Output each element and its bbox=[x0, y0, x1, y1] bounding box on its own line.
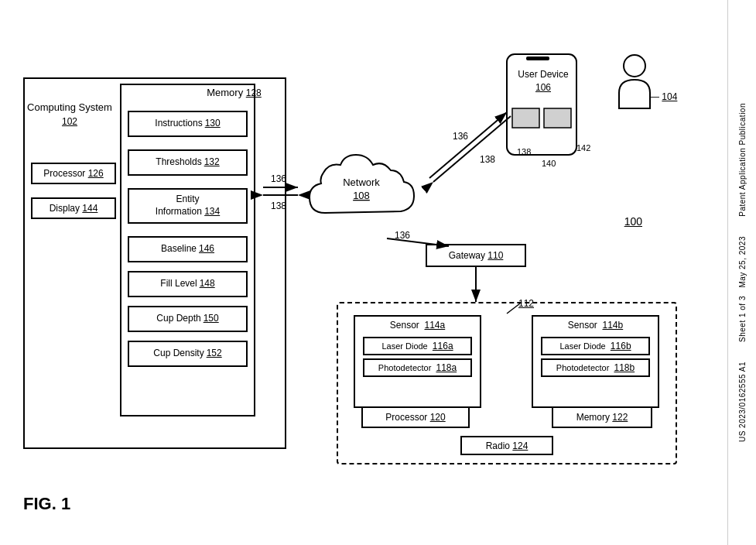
ref-104: — 104 bbox=[650, 91, 677, 102]
ref-112: 112 bbox=[518, 298, 534, 309]
svg-text:108: 108 bbox=[353, 190, 370, 201]
svg-line-14 bbox=[433, 116, 511, 182]
memory-122-box: Memory 122 bbox=[552, 406, 652, 428]
sensor-a-label: Sensor 114a bbox=[355, 317, 480, 334]
sensor-a-box: Sensor 114a Laser Diode 116a Photodetect… bbox=[354, 315, 481, 408]
sidebar-line4: US 2023/0162555 A1 bbox=[738, 362, 747, 442]
memory-item-baseline: Baseline 146 bbox=[128, 236, 248, 262]
svg-point-6 bbox=[624, 55, 645, 77]
display-box: Display 144 bbox=[31, 197, 116, 219]
user-device-phone bbox=[503, 50, 592, 163]
sensor-group-box: Sensor 114a Laser Diode 116a Photodetect… bbox=[337, 302, 677, 464]
memory-item-cup-depth: Cup Depth 150 bbox=[128, 306, 248, 332]
sidebar: Patent Application Publication May 25, 2… bbox=[727, 0, 756, 545]
svg-rect-4 bbox=[512, 108, 539, 128]
sensor-b-label: Sensor 114b bbox=[533, 317, 658, 334]
sensor-b-box: Sensor 114b Laser Diode 116b Photodetect… bbox=[532, 315, 659, 408]
memory-item-thresholds: Thresholds 132 bbox=[128, 149, 248, 176]
svg-text:138: 138 bbox=[480, 154, 495, 165]
memory-label: Memory 128 bbox=[166, 87, 302, 98]
radio-124-box: Radio 124 bbox=[460, 436, 553, 455]
processor-box: Processor 126 bbox=[31, 163, 116, 184]
computing-system-label: Computing System 102 bbox=[27, 101, 112, 129]
sidebar-line2: May 25, 2023 bbox=[738, 236, 747, 288]
svg-rect-5 bbox=[544, 108, 571, 128]
svg-text:136: 136 bbox=[453, 131, 468, 142]
ref-100: 100 bbox=[624, 215, 642, 228]
fig-label: FIG. 1 bbox=[23, 494, 70, 514]
memory-item-entity-info: EntityInformation 134 bbox=[128, 188, 248, 224]
network-cloud: Network 108 bbox=[294, 143, 429, 240]
processor-120-box: Processor 120 bbox=[361, 406, 470, 428]
sidebar-line3: Sheet 1 of 3 bbox=[738, 296, 747, 342]
memory-item-cup-density: Cup Density 152 bbox=[128, 341, 248, 367]
memory-item-instructions: Instructions 130 bbox=[128, 111, 248, 137]
photodetector-a: Photodetector 118a bbox=[363, 358, 472, 377]
svg-rect-3 bbox=[526, 57, 549, 60]
laser-diode-a: Laser Diode 116a bbox=[363, 337, 472, 355]
person-icon bbox=[611, 50, 658, 112]
photodetector-b: Photodetector 118b bbox=[541, 358, 650, 377]
gateway-box: Gateway 110 bbox=[426, 244, 526, 267]
svg-text:Network: Network bbox=[343, 177, 380, 188]
sidebar-line1: Patent Application Publication bbox=[738, 103, 747, 217]
user-device-label: User Device 106 bbox=[512, 68, 574, 94]
laser-diode-b: Laser Diode 116b bbox=[541, 337, 650, 355]
svg-line-13 bbox=[429, 112, 507, 178]
memory-item-fill-level: Fill Level 148 bbox=[128, 271, 248, 297]
